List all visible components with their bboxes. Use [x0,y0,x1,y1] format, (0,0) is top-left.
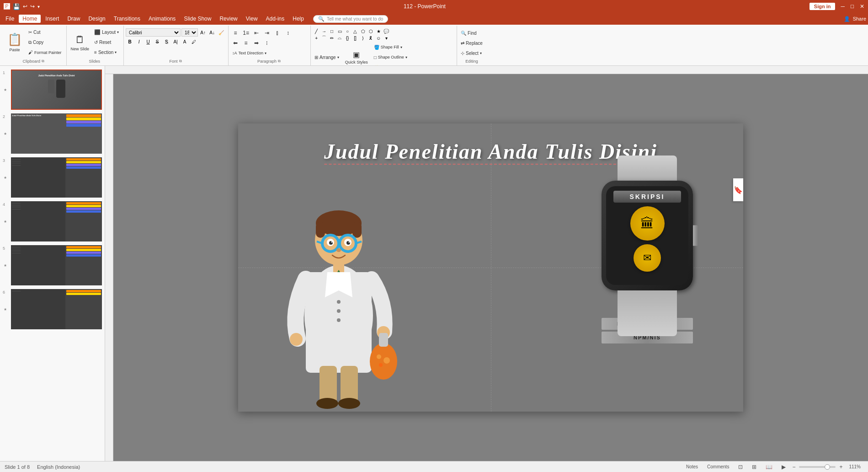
highlight-btn[interactable]: 🖊 [190,38,198,46]
menu-draw[interactable]: Draw [64,15,84,23]
star-shape[interactable]: ★ [375,28,382,34]
menu-insert[interactable]: Insert [42,15,63,23]
slide-thumb-3[interactable]: 3 ──────────────────────────────────── [2,156,103,198]
menu-slideshow[interactable]: Slide Show [180,15,215,23]
save-qa-btn[interactable]: 💾 [13,3,20,10]
zoom-in-btn[interactable]: + [839,464,842,470]
text-direction-button[interactable]: ↕A Text Direction ▾ [230,48,268,58]
shadow-btn[interactable]: S [162,38,170,46]
slideshow-btn[interactable]: ▶ [779,463,788,471]
slide-sorter-btn[interactable]: ⊞ [749,463,759,471]
menu-addins[interactable]: Add-ins [262,15,288,23]
arrange-button[interactable]: ⊞ Arrange ▾ [313,53,341,62]
minimize-btn[interactable]: ─ [841,3,845,10]
arc-shape[interactable]: ⌓ [336,35,343,41]
zoom-slider[interactable] [799,466,836,468]
menu-review[interactable]: Review [216,15,241,23]
signin-button[interactable]: Sign in [809,3,836,10]
ribbon-shape[interactable]: 🎗 [367,35,374,41]
italic-btn[interactable]: I [135,38,143,46]
justify-btn[interactable]: ⫶ [262,38,272,48]
menu-animations[interactable]: Animations [145,15,179,23]
curve-shape[interactable]: ⌒ [320,35,328,41]
normal-view-btn[interactable]: ⊡ [735,463,746,471]
zoom-level[interactable]: 111% [846,464,863,470]
layout-button[interactable]: ⬛ Layout ▾ [92,28,121,37]
bold-btn[interactable]: B [126,38,134,46]
select-button[interactable]: ⊹ Select ▾ [459,48,485,58]
maximize-btn[interactable]: ☐ [850,4,854,9]
section-button[interactable]: ≡ Section ▾ [92,48,121,57]
char-spacing-btn[interactable]: A| [171,38,180,46]
bullets-btn[interactable]: ≡ [230,28,240,38]
decrease-font-btn[interactable]: A↓ [208,28,216,37]
find-button[interactable]: 🔍 Find [459,28,485,38]
copy-button[interactable]: ⧉ Copy [27,38,64,47]
shape-outline-button[interactable]: □ Shape Outline ▾ [372,53,411,62]
font-color-btn[interactable]: A [181,38,189,46]
menu-view[interactable]: View [242,15,261,23]
menu-design[interactable]: Design [85,15,109,23]
comments-btn[interactable]: Comments [704,464,732,470]
slide-thumb-1[interactable]: 1 Judul Penelitian Anda Tulis Disini ★ [2,69,103,111]
slide-canvas[interactable]: Judul Penelitian Anda Tulis Disini [238,123,743,412]
shape-fill-button[interactable]: 🪣 Shape Fill ▾ [372,43,411,52]
underline-btn[interactable]: U [144,38,152,46]
brace-shape[interactable]: {} [344,35,351,41]
align-right-btn[interactable]: ➡ [251,38,261,48]
reading-view-btn[interactable]: 📖 [763,463,775,471]
paragraph-expand-icon[interactable]: ⧉ [278,59,281,64]
paste-button[interactable]: 📋 Paste [4,29,26,56]
align-center-btn[interactable]: ≡ [241,38,251,48]
shape-effects-button[interactable]: ✨ Shape Effects ▾ [372,63,411,66]
slide-thumb-2[interactable]: 2 Judul Penelitian Anda Tulis Disini ★ [2,113,103,155]
new-slide-button[interactable]: 🗒 New Slide [69,30,92,55]
menu-transitions[interactable]: Transitions [110,15,144,23]
line-spacing-btn[interactable]: ↕ [283,28,293,38]
quick-styles-button[interactable]: ▣ Quick Styles [343,46,370,66]
undo-qa-btn[interactable]: ↩ [23,3,27,10]
freeform-shape[interactable]: ✏ [328,35,335,41]
line-shape[interactable]: ╱ [313,28,320,34]
menu-file[interactable]: File [2,15,18,23]
callout-shape[interactable]: 💬 [383,28,390,34]
replace-button[interactable]: ⇄ Replace [459,38,485,48]
font-family-select[interactable]: Calibri [126,28,181,37]
slide-canvas-area[interactable]: Judul Penelitian Anda Tulis Disini [113,74,868,461]
rect-shape[interactable]: □ [328,28,335,34]
more-shapes[interactable]: + [313,35,320,41]
tell-me-input[interactable]: 🔍 Tell me what you want to do [313,15,388,23]
circle-shape[interactable]: ○ [344,28,351,34]
clear-format-btn[interactable]: 🧹 [217,28,225,37]
triangle-shape[interactable]: △ [351,28,359,34]
notes-btn[interactable]: Notes [683,464,701,470]
reset-button[interactable]: ↺ Reset [92,38,121,47]
bracket-shape[interactable]: [] [351,35,359,41]
decrease-indent-btn[interactable]: ⇤ [251,28,261,38]
menu-home[interactable]: Home [19,15,41,23]
columns-btn[interactable]: ⫿ [272,28,282,38]
close-btn[interactable]: ✕ [860,3,864,10]
slide-thumb-6[interactable]: 6 ───────── ★ [2,288,103,330]
share-label[interactable]: Share [853,16,866,21]
chevron-shape[interactable]: ⟩ [359,35,367,41]
increase-indent-btn[interactable]: ⇥ [262,28,272,38]
increase-font-btn[interactable]: A↑ [199,28,207,37]
font-expand-icon[interactable]: ⧉ [179,59,182,64]
rounded-rect-shape[interactable]: ▭ [336,28,343,34]
numbering-btn[interactable]: 1≡ [241,28,251,38]
clipboard-expand-icon[interactable]: ⧉ [42,59,44,64]
pentagon-shape[interactable]: ⬠ [359,28,367,34]
more-btn2[interactable]: ▾ [383,35,390,41]
hexagon-shape[interactable]: ⬡ [367,28,374,34]
cut-button[interactable]: ✂ Cut [27,28,64,37]
slide-thumb-4[interactable]: 4 ──────────────────────────────────── [2,200,103,242]
redo-qa-btn[interactable]: ↪ [30,3,35,10]
strikethrough-btn[interactable]: S [153,38,161,46]
smiley-shape[interactable]: ☺ [375,35,382,41]
arrow-shape[interactable]: → [320,28,328,34]
align-left-btn[interactable]: ⬅ [230,38,240,48]
font-size-select[interactable]: 18 [181,28,198,37]
format-painter-button[interactable]: 🖌 Format Painter [27,48,64,57]
slide-thumb-5[interactable]: 5 ──────────────────────────────────── [2,244,103,286]
